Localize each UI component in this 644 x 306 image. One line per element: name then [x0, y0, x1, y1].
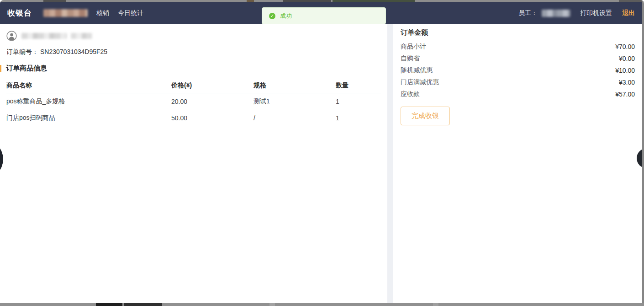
- toast-message: 成功: [280, 12, 292, 20]
- summary-label: 自购省: [401, 54, 420, 63]
- summary-row-random-discount: 随机减优惠 ¥10.00: [401, 64, 635, 76]
- logout-button[interactable]: 退出: [622, 9, 635, 17]
- order-amount-panel: 订单金额 商品小计 ¥70.00 自购省 ¥0.00 随机减优惠 ¥10.00 …: [393, 24, 642, 303]
- goods-table-header: 商品名称 价格(¥) 规格 数量: [6, 78, 381, 93]
- success-toast: ✓ 成功: [262, 7, 386, 24]
- redacted-employee-name: [542, 10, 570, 17]
- window-right-edge: [642, 1, 644, 306]
- summary-label: 商品小计: [401, 43, 426, 51]
- summary-row-receivable: 应收款 ¥57.00: [401, 88, 635, 100]
- order-number-value: SN2307031034D95F25: [40, 48, 107, 55]
- window-bottom-edge: [0, 303, 644, 306]
- goods-section-title-text: 订单商品信息: [6, 64, 47, 73]
- cell-spec: /: [253, 114, 336, 122]
- summary-value: ¥10.00: [615, 67, 635, 74]
- summary-rows: 商品小计 ¥70.00 自购省 ¥0.00 随机减优惠 ¥10.00 门店满减优…: [401, 41, 635, 100]
- taskbar-sliver: [433, 303, 438, 306]
- summary-value: ¥70.00: [615, 43, 635, 50]
- cell-name: 门店pos扫码商品: [6, 114, 171, 122]
- browser-tab-sliver: [333, 0, 415, 2]
- order-number-line: 订单编号：SN2307031034D95F25: [6, 47, 381, 56]
- orange-title-bar: [0, 65, 1, 72]
- redacted-customer-name: [21, 33, 67, 39]
- summary-title: 订单金额: [401, 24, 635, 40]
- cell-qty: 1: [336, 114, 381, 122]
- browser-tab-sliver: [283, 0, 331, 2]
- cell-price: 20.00: [171, 98, 253, 105]
- browser-tab-sliver: [247, 0, 254, 2]
- summary-value: ¥3.00: [619, 79, 635, 86]
- nav-item-verify[interactable]: 核销: [96, 9, 109, 17]
- avatar-icon: [6, 31, 17, 41]
- goods-section-title: 订单商品信息: [6, 64, 381, 73]
- table-row: pos称重商品_多规格 20.00 测试1 1: [6, 93, 381, 110]
- customer-row: [6, 30, 381, 41]
- redacted-customer-phone: [71, 33, 92, 39]
- order-detail-panel: 订单编号：SN2307031034D95F25 订单商品信息 商品名称 价格(¥…: [0, 24, 387, 303]
- finish-checkout-button[interactable]: 完成收银: [401, 107, 450, 125]
- summary-value: ¥0.00: [619, 55, 635, 62]
- summary-value: ¥57.00: [615, 91, 635, 98]
- order-number-label: 订单编号：: [6, 48, 38, 55]
- browser-tab-sliver: [43, 0, 66, 2]
- check-circle-icon: ✓: [269, 13, 275, 19]
- main-area: 订单编号：SN2307031034D95F25 订单商品信息 商品名称 价格(¥…: [0, 24, 642, 303]
- cell-spec: 测试1: [253, 97, 336, 106]
- summary-row-subtotal: 商品小计 ¥70.00: [401, 41, 635, 53]
- printer-settings-button[interactable]: 打印机设置: [580, 9, 612, 17]
- summary-label: 应收款: [401, 90, 420, 98]
- browser-tab-sliver: [619, 0, 644, 2]
- col-header-qty: 数量: [336, 81, 381, 90]
- cell-qty: 1: [336, 98, 381, 105]
- col-header-name: 商品名称: [6, 81, 171, 90]
- app-title: 收银台: [7, 8, 32, 18]
- nav-item-today-stats[interactable]: 今日统计: [118, 9, 143, 17]
- summary-row-store-full-discount: 门店满减优惠 ¥3.00: [401, 76, 635, 88]
- col-header-price: 价格(¥): [171, 81, 253, 90]
- summary-label: 门店满减优惠: [401, 78, 439, 86]
- taskbar-sliver: [124, 303, 162, 306]
- cell-name: pos称重商品_多规格: [6, 97, 171, 106]
- col-header-spec: 规格: [253, 81, 336, 90]
- cell-price: 50.00: [171, 114, 253, 122]
- window-top-edge: [0, 0, 644, 2]
- taskbar-sliver: [269, 303, 275, 306]
- redacted-store-name: [43, 9, 88, 17]
- taskbar-sliver: [96, 303, 122, 306]
- summary-row-self-purchase-saving: 自购省 ¥0.00: [401, 53, 635, 64]
- table-row: 门店pos扫码商品 50.00 / 1: [6, 110, 381, 126]
- panel-divider: [387, 24, 393, 303]
- pos-cashier-window: 收银台 核销 今日统计 员工： 打印机设置 退出 ✓ 成功: [0, 0, 644, 306]
- employee-label: 员工：: [518, 9, 538, 17]
- summary-label: 随机减优惠: [401, 66, 433, 75]
